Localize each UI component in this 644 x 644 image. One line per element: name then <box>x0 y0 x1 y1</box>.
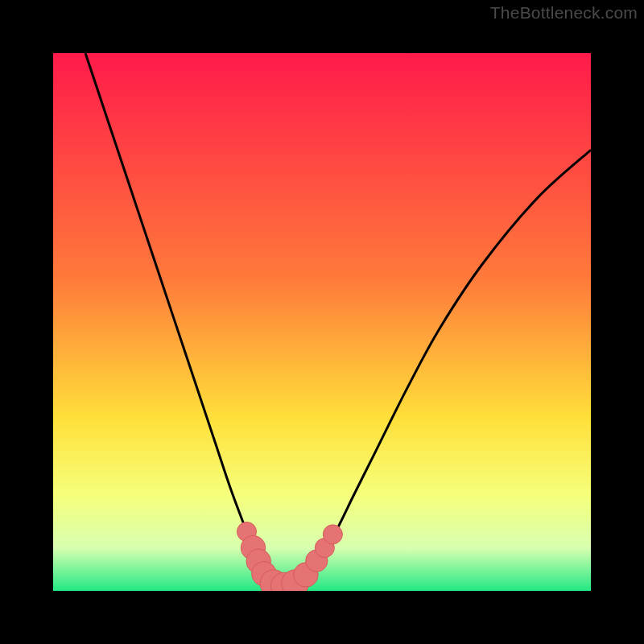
chart-stage: TheBottleneck.com <box>0 0 644 644</box>
data-marker <box>323 525 342 544</box>
bottleneck-chart <box>0 0 644 644</box>
watermark-text: TheBottleneck.com <box>490 3 638 23</box>
gradient-background <box>53 53 591 591</box>
